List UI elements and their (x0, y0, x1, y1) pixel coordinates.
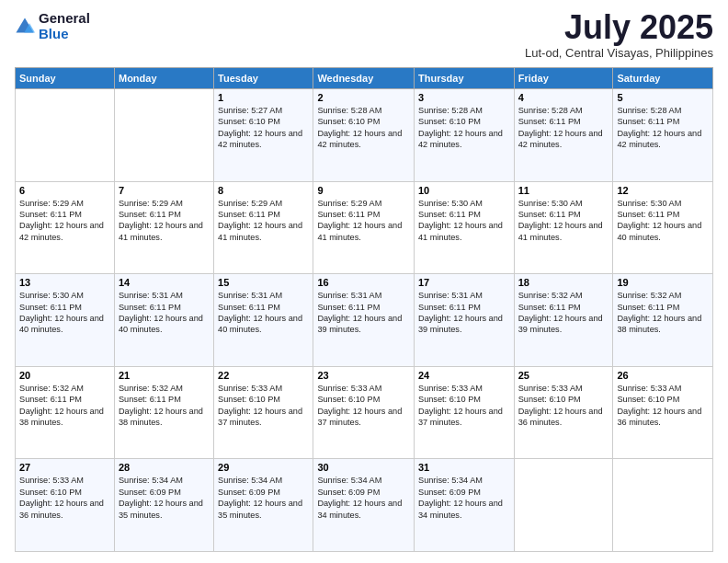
cell-sunset: Sunset: 6:10 PM (218, 395, 280, 404)
cell-day-number: 1 (218, 92, 309, 103)
cell-sunset: Sunset: 6:11 PM (617, 210, 679, 219)
calendar-cell (16, 89, 115, 182)
cell-day-number: 18 (518, 277, 609, 288)
cell-info: Sunrise: 5:33 AMSunset: 6:10 PMDaylight:… (418, 383, 510, 429)
cell-sunset: Sunset: 6:11 PM (218, 210, 280, 219)
cell-info: Sunrise: 5:27 AMSunset: 6:10 PMDaylight:… (218, 105, 309, 151)
calendar-cell: 28Sunrise: 5:34 AMSunset: 6:09 PMDayligh… (114, 459, 213, 552)
cell-info: Sunrise: 5:30 AMSunset: 6:11 PMDaylight:… (19, 290, 110, 336)
cell-day-number: 10 (418, 185, 510, 196)
cell-sunrise: Sunrise: 5:33 AM (19, 476, 84, 485)
calendar-cell: 16Sunrise: 5:31 AMSunset: 6:11 PMDayligh… (313, 274, 415, 367)
cell-day-number: 3 (418, 92, 510, 103)
cell-info: Sunrise: 5:32 AMSunset: 6:11 PMDaylight:… (119, 383, 210, 429)
cell-sunrise: Sunrise: 5:34 AM (119, 476, 183, 485)
cell-day-number: 9 (317, 185, 410, 196)
cell-sunrise: Sunrise: 5:31 AM (218, 291, 282, 300)
cell-info: Sunrise: 5:31 AMSunset: 6:11 PMDaylight:… (218, 290, 309, 336)
cell-sunset: Sunset: 6:10 PM (418, 117, 481, 126)
cell-day-number: 2 (317, 92, 410, 103)
title-area: July 2025 Lut-od, Central Visayas, Phili… (525, 11, 713, 60)
cell-sunset: Sunset: 6:11 PM (317, 210, 380, 219)
cell-info: Sunrise: 5:29 AMSunset: 6:11 PMDaylight:… (19, 198, 110, 244)
cell-daylight: Daylight: 12 hours and 37 minutes. (418, 407, 503, 427)
calendar-cell: 10Sunrise: 5:30 AMSunset: 6:11 PMDayligh… (415, 181, 515, 274)
calendar-cell: 2Sunrise: 5:28 AMSunset: 6:10 PMDaylight… (313, 89, 415, 182)
cell-sunrise: Sunrise: 5:32 AM (518, 291, 583, 300)
calendar-cell: 20Sunrise: 5:32 AMSunset: 6:11 PMDayligh… (16, 366, 115, 459)
cell-daylight: Daylight: 12 hours and 41 minutes. (218, 221, 302, 241)
cell-sunrise: Sunrise: 5:33 AM (218, 384, 282, 393)
cell-daylight: Daylight: 12 hours and 39 minutes. (317, 314, 402, 334)
cell-info: Sunrise: 5:32 AMSunset: 6:11 PMDaylight:… (617, 290, 709, 336)
col-tuesday: Tuesday (214, 68, 313, 89)
cell-day-number: 15 (218, 277, 309, 288)
page: General Blue July 2025 Lut-od, Central V… (0, 0, 728, 563)
logo: General Blue (15, 11, 90, 41)
cell-info: Sunrise: 5:33 AMSunset: 6:10 PMDaylight:… (317, 383, 410, 429)
col-wednesday: Wednesday (313, 68, 415, 89)
cell-day-number: 19 (617, 277, 709, 288)
cell-sunset: Sunset: 6:09 PM (418, 488, 481, 497)
calendar: Sunday Monday Tuesday Wednesday Thursday… (15, 67, 713, 552)
cell-info: Sunrise: 5:30 AMSunset: 6:11 PMDaylight:… (617, 198, 709, 244)
cell-info: Sunrise: 5:30 AMSunset: 6:11 PMDaylight:… (418, 198, 510, 244)
calendar-cell: 19Sunrise: 5:32 AMSunset: 6:11 PMDayligh… (613, 274, 713, 367)
calendar-cell: 31Sunrise: 5:34 AMSunset: 6:09 PMDayligh… (415, 459, 515, 552)
cell-sunset: Sunset: 6:11 PM (518, 117, 581, 126)
cell-daylight: Daylight: 12 hours and 37 minutes. (317, 407, 402, 427)
cell-day-number: 13 (19, 277, 110, 288)
calendar-cell: 14Sunrise: 5:31 AMSunset: 6:11 PMDayligh… (114, 274, 213, 367)
cell-day-number: 22 (218, 370, 309, 381)
cell-sunset: Sunset: 6:11 PM (518, 303, 581, 312)
cell-sunset: Sunset: 6:11 PM (418, 303, 481, 312)
cell-daylight: Daylight: 12 hours and 34 minutes. (418, 499, 503, 519)
cell-day-number: 28 (119, 462, 210, 473)
col-sunday: Sunday (16, 68, 115, 89)
cell-daylight: Daylight: 12 hours and 35 minutes. (218, 499, 302, 519)
calendar-cell: 8Sunrise: 5:29 AMSunset: 6:11 PMDaylight… (214, 181, 313, 274)
logo-text: General Blue (39, 11, 90, 41)
cell-sunrise: Sunrise: 5:32 AM (119, 384, 183, 393)
cell-info: Sunrise: 5:29 AMSunset: 6:11 PMDaylight:… (218, 198, 309, 244)
cell-sunset: Sunset: 6:10 PM (218, 117, 280, 126)
col-saturday: Saturday (613, 68, 713, 89)
cell-sunrise: Sunrise: 5:27 AM (218, 106, 282, 115)
cell-day-number: 11 (518, 185, 609, 196)
cell-info: Sunrise: 5:31 AMSunset: 6:11 PMDaylight:… (418, 290, 510, 336)
cell-sunrise: Sunrise: 5:33 AM (418, 384, 483, 393)
cell-sunset: Sunset: 6:11 PM (19, 210, 82, 219)
cell-info: Sunrise: 5:32 AMSunset: 6:11 PMDaylight:… (518, 290, 609, 336)
cell-daylight: Daylight: 12 hours and 40 minutes. (617, 221, 701, 241)
cell-day-number: 27 (19, 462, 110, 473)
calendar-cell: 17Sunrise: 5:31 AMSunset: 6:11 PMDayligh… (415, 274, 515, 367)
cell-daylight: Daylight: 12 hours and 42 minutes. (518, 129, 603, 149)
calendar-cell: 6Sunrise: 5:29 AMSunset: 6:11 PMDaylight… (16, 181, 115, 274)
cell-sunset: Sunset: 6:11 PM (119, 395, 181, 404)
cell-sunset: Sunset: 6:10 PM (418, 395, 481, 404)
logo-general: General (39, 11, 90, 27)
calendar-cell: 9Sunrise: 5:29 AMSunset: 6:11 PMDaylight… (313, 181, 415, 274)
cell-day-number: 20 (19, 370, 110, 381)
cell-info: Sunrise: 5:34 AMSunset: 6:09 PMDaylight:… (218, 475, 309, 521)
cell-daylight: Daylight: 12 hours and 42 minutes. (19, 221, 104, 241)
calendar-cell (114, 89, 213, 182)
calendar-cell: 7Sunrise: 5:29 AMSunset: 6:11 PMDaylight… (114, 181, 213, 274)
cell-sunrise: Sunrise: 5:29 AM (119, 199, 183, 208)
cell-sunrise: Sunrise: 5:31 AM (119, 291, 183, 300)
header-row: Sunday Monday Tuesday Wednesday Thursday… (16, 68, 713, 89)
calendar-cell (514, 459, 613, 552)
cell-sunrise: Sunrise: 5:28 AM (418, 106, 483, 115)
calendar-cell: 25Sunrise: 5:33 AMSunset: 6:10 PMDayligh… (514, 366, 613, 459)
cell-info: Sunrise: 5:31 AMSunset: 6:11 PMDaylight:… (317, 290, 410, 336)
cell-daylight: Daylight: 12 hours and 38 minutes. (617, 314, 701, 334)
cell-day-number: 7 (119, 185, 210, 196)
month-title: July 2025 (525, 11, 713, 44)
calendar-cell: 22Sunrise: 5:33 AMSunset: 6:10 PMDayligh… (214, 366, 313, 459)
calendar-cell (613, 459, 713, 552)
cell-info: Sunrise: 5:28 AMSunset: 6:11 PMDaylight:… (518, 105, 609, 151)
calendar-header: Sunday Monday Tuesday Wednesday Thursday… (16, 68, 713, 89)
cell-day-number: 23 (317, 370, 410, 381)
calendar-cell: 3Sunrise: 5:28 AMSunset: 6:10 PMDaylight… (415, 89, 515, 182)
cell-daylight: Daylight: 12 hours and 36 minutes. (19, 499, 104, 519)
